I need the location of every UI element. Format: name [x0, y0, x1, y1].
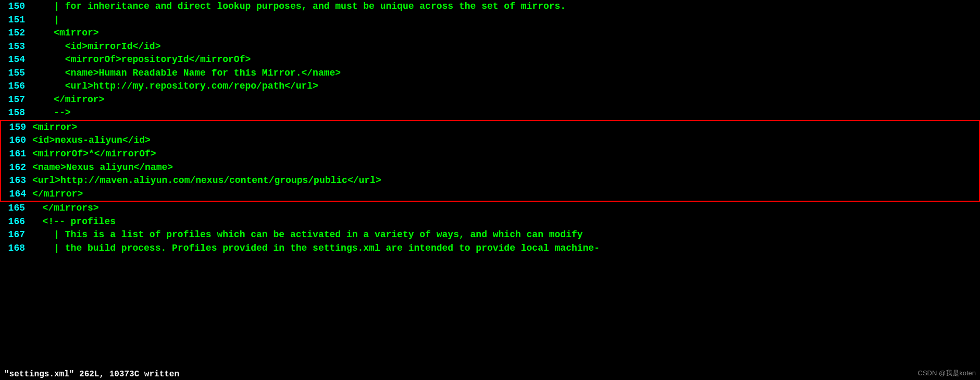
status-bar: "settings.xml" 262L, 10373C written: [0, 369, 980, 380]
line-content: <id>nexus-aliyun</id>: [32, 134, 979, 148]
line-number: 159: [1, 121, 32, 134]
line-number: 150: [0, 0, 31, 14]
line-number: 158: [0, 106, 31, 120]
highlighted-code-line: 161<mirrorOf>*</mirrorOf>: [1, 148, 979, 161]
code-editor: 150 | for inheritance and direct lookup …: [0, 0, 980, 255]
code-line: 152 <mirror>: [0, 27, 980, 40]
line-content: <id>mirrorId</id>: [31, 40, 980, 54]
line-content: <url>http://maven.aliyun.com/nexus/conte…: [32, 174, 979, 188]
line-number: 164: [1, 188, 32, 201]
line-content: </mirror>: [32, 188, 979, 201]
code-line: 168 | the build process. Profiles provid…: [0, 242, 980, 255]
highlighted-code-line: 163<url>http://maven.aliyun.com/nexus/co…: [1, 174, 979, 188]
line-number: 160: [1, 134, 32, 148]
line-content: | the build process. Profiles provided i…: [31, 242, 980, 255]
line-content: <mirror>: [32, 121, 979, 134]
line-number: 162: [1, 161, 32, 175]
line-number: 165: [0, 202, 31, 215]
highlighted-code-line: 162<name>Nexus aliyun</name>: [1, 161, 979, 175]
line-content: <mirrorOf>repositoryId</mirrorOf>: [31, 53, 980, 67]
line-number: 154: [0, 53, 31, 67]
line-content: <name>Human Readable Name for this Mirro…: [31, 67, 980, 80]
line-content: <!-- profiles: [31, 215, 980, 229]
code-lines-before: 150 | for inheritance and direct lookup …: [0, 0, 980, 120]
line-number: 153: [0, 40, 31, 54]
line-number: 161: [1, 148, 32, 161]
code-line: 155 <name>Human Readable Name for this M…: [0, 67, 980, 80]
line-number: 152: [0, 27, 31, 40]
code-line: 154 <mirrorOf>repositoryId</mirrorOf>: [0, 53, 980, 67]
line-number: 168: [0, 242, 31, 255]
highlighted-code-block: 159<mirror>160<id>nexus-aliyun</id>161<m…: [0, 120, 980, 202]
line-content: <mirrorOf>*</mirrorOf>: [32, 148, 979, 161]
line-content: | This is a list of profiles which can b…: [31, 228, 980, 242]
file-info: "settings.xml" 262L, 10373C written: [4, 370, 179, 379]
line-content: | for inheritance and direct lookup purp…: [31, 0, 980, 14]
line-content: |: [31, 14, 980, 27]
line-content: </mirror>: [31, 93, 980, 107]
code-line: 167 | This is a list of profiles which c…: [0, 228, 980, 242]
code-line: 157 </mirror>: [0, 93, 980, 107]
line-number: 151: [0, 14, 31, 27]
line-content: <url>http://my.repository.com/repo/path<…: [31, 80, 980, 93]
line-number: 156: [0, 80, 31, 93]
code-line: 156 <url>http://my.repository.com/repo/p…: [0, 80, 980, 93]
highlighted-code-line: 159<mirror>: [1, 121, 979, 134]
code-line: 166 <!-- profiles: [0, 215, 980, 229]
code-line: 158 -->: [0, 106, 980, 120]
line-content: -->: [31, 106, 980, 120]
line-number: 167: [0, 228, 31, 242]
watermark: CSDN @我是koten: [918, 369, 976, 378]
highlighted-code-line: 164</mirror>: [1, 188, 979, 201]
line-content: <name>Nexus aliyun</name>: [32, 161, 979, 175]
line-content: <mirror>: [31, 27, 980, 40]
code-line: 150 | for inheritance and direct lookup …: [0, 0, 980, 14]
code-line: 151 |: [0, 14, 980, 27]
highlighted-code-line: 160<id>nexus-aliyun</id>: [1, 134, 979, 148]
line-number: 163: [1, 174, 32, 188]
line-content: </mirrors>: [31, 202, 980, 215]
code-line: 153 <id>mirrorId</id>: [0, 40, 980, 54]
code-lines-after: 165 </mirrors>166 <!-- profiles167 | Thi…: [0, 202, 980, 255]
code-line: 165 </mirrors>: [0, 202, 980, 215]
line-number: 166: [0, 215, 31, 229]
line-number: 157: [0, 93, 31, 107]
line-number: 155: [0, 67, 31, 80]
